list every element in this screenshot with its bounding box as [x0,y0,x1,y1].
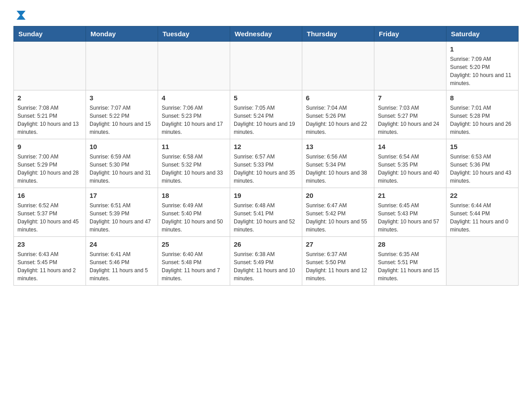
day-info: Sunrise: 6:35 AM Sunset: 5:51 PM Dayligh… [378,250,442,283]
day-info: Sunrise: 6:57 AM Sunset: 5:33 PM Dayligh… [234,153,298,185]
day-info: Sunrise: 6:47 AM Sunset: 5:42 PM Dayligh… [306,201,370,234]
day-number: 3 [90,93,154,103]
weekday-header-saturday: Saturday [446,26,519,42]
day-info: Sunrise: 6:41 AM Sunset: 5:46 PM Dayligh… [90,250,154,283]
weekday-header-wednesday: Wednesday [230,26,302,42]
calendar-cell: 5Sunrise: 7:05 AM Sunset: 5:24 PM Daylig… [230,90,302,139]
day-number: 17 [90,191,154,200]
day-number: 19 [234,191,298,200]
day-info: Sunrise: 7:01 AM Sunset: 5:28 PM Dayligh… [450,104,515,136]
calendar-cell: 10Sunrise: 6:59 AM Sunset: 5:30 PM Dayli… [86,139,158,188]
calendar-cell: 18Sunrise: 6:49 AM Sunset: 5:40 PM Dayli… [158,188,230,237]
day-info: Sunrise: 6:48 AM Sunset: 5:41 PM Dayligh… [234,201,298,234]
logo [13,9,27,21]
day-info: Sunrise: 6:37 AM Sunset: 5:50 PM Dayligh… [306,250,370,283]
day-info: Sunrise: 7:03 AM Sunset: 5:27 PM Dayligh… [378,104,442,136]
weekday-header-monday: Monday [86,26,158,42]
day-number: 15 [450,142,515,151]
day-number: 8 [450,93,515,103]
day-info: Sunrise: 6:56 AM Sunset: 5:34 PM Dayligh… [306,153,370,185]
day-number: 16 [17,191,82,200]
day-info: Sunrise: 6:58 AM Sunset: 5:32 PM Dayligh… [162,153,226,185]
calendar-cell: 3Sunrise: 7:07 AM Sunset: 5:22 PM Daylig… [86,90,158,139]
calendar-cell: 22Sunrise: 6:44 AM Sunset: 5:44 PM Dayli… [446,188,519,237]
week-row-4: 16Sunrise: 6:52 AM Sunset: 5:37 PM Dayli… [14,188,519,237]
calendar-cell: 6Sunrise: 7:04 AM Sunset: 5:26 PM Daylig… [302,90,374,139]
calendar-cell: 24Sunrise: 6:41 AM Sunset: 5:46 PM Dayli… [86,237,158,286]
calendar-cell [158,42,230,90]
day-number: 26 [234,240,298,249]
week-row-1: 1Sunrise: 7:09 AM Sunset: 5:20 PM Daylig… [14,42,519,90]
day-number: 12 [234,142,298,151]
day-number: 14 [378,142,442,151]
calendar-cell: 23Sunrise: 6:43 AM Sunset: 5:45 PM Dayli… [14,237,86,286]
day-number: 25 [162,240,226,249]
calendar-cell: 16Sunrise: 6:52 AM Sunset: 5:37 PM Dayli… [14,188,86,237]
day-info: Sunrise: 6:38 AM Sunset: 5:49 PM Dayligh… [234,250,298,283]
day-number: 10 [90,142,154,151]
weekday-header-friday: Friday [374,26,446,42]
day-info: Sunrise: 7:05 AM Sunset: 5:24 PM Dayligh… [234,104,298,136]
day-number: 24 [90,240,154,249]
day-number: 21 [378,191,442,200]
day-number: 18 [162,191,226,200]
day-number: 11 [162,142,226,151]
weekday-header-tuesday: Tuesday [158,26,230,42]
weekday-header-thursday: Thursday [302,26,374,42]
day-number: 27 [306,240,370,249]
day-number: 5 [234,93,298,103]
calendar-cell: 8Sunrise: 7:01 AM Sunset: 5:28 PM Daylig… [446,90,519,139]
day-number: 13 [306,142,370,151]
day-info: Sunrise: 6:53 AM Sunset: 5:36 PM Dayligh… [450,153,515,185]
calendar-cell: 28Sunrise: 6:35 AM Sunset: 5:51 PM Dayli… [374,237,446,286]
day-number: 23 [17,240,82,249]
day-info: Sunrise: 7:06 AM Sunset: 5:23 PM Dayligh… [162,104,226,136]
page-header [13,9,519,21]
weekday-header-sunday: Sunday [14,26,86,42]
calendar-cell [230,42,302,90]
day-info: Sunrise: 6:51 AM Sunset: 5:39 PM Dayligh… [90,201,154,234]
day-info: Sunrise: 6:59 AM Sunset: 5:30 PM Dayligh… [90,153,154,185]
calendar-table: SundayMondayTuesdayWednesdayThursdayFrid… [13,26,519,286]
day-number: 9 [17,142,82,151]
day-number: 6 [306,93,370,103]
svg-marker-0 [17,11,26,20]
calendar-cell: 20Sunrise: 6:47 AM Sunset: 5:42 PM Dayli… [302,188,374,237]
logo-flag-icon [15,9,27,21]
day-info: Sunrise: 7:04 AM Sunset: 5:26 PM Dayligh… [306,104,370,136]
day-info: Sunrise: 7:08 AM Sunset: 5:21 PM Dayligh… [17,104,82,136]
calendar-cell: 13Sunrise: 6:56 AM Sunset: 5:34 PM Dayli… [302,139,374,188]
day-number: 22 [450,191,515,200]
day-info: Sunrise: 6:45 AM Sunset: 5:43 PM Dayligh… [378,201,442,234]
calendar-cell: 26Sunrise: 6:38 AM Sunset: 5:49 PM Dayli… [230,237,302,286]
calendar-cell: 19Sunrise: 6:48 AM Sunset: 5:41 PM Dayli… [230,188,302,237]
calendar-cell: 27Sunrise: 6:37 AM Sunset: 5:50 PM Dayli… [302,237,374,286]
day-info: Sunrise: 6:49 AM Sunset: 5:40 PM Dayligh… [162,201,226,234]
day-info: Sunrise: 6:52 AM Sunset: 5:37 PM Dayligh… [17,201,82,234]
day-info: Sunrise: 6:54 AM Sunset: 5:35 PM Dayligh… [378,153,442,185]
calendar-cell: 2Sunrise: 7:08 AM Sunset: 5:21 PM Daylig… [14,90,86,139]
calendar-cell: 4Sunrise: 7:06 AM Sunset: 5:23 PM Daylig… [158,90,230,139]
calendar-cell: 15Sunrise: 6:53 AM Sunset: 5:36 PM Dayli… [446,139,519,188]
week-row-2: 2Sunrise: 7:08 AM Sunset: 5:21 PM Daylig… [14,90,519,139]
week-row-3: 9Sunrise: 7:00 AM Sunset: 5:29 PM Daylig… [14,139,519,188]
calendar-cell [302,42,374,90]
calendar-cell: 11Sunrise: 6:58 AM Sunset: 5:32 PM Dayli… [158,139,230,188]
calendar-cell: 25Sunrise: 6:40 AM Sunset: 5:48 PM Dayli… [158,237,230,286]
calendar-cell: 17Sunrise: 6:51 AM Sunset: 5:39 PM Dayli… [86,188,158,237]
day-number: 28 [378,240,442,249]
weekday-header-row: SundayMondayTuesdayWednesdayThursdayFrid… [14,26,519,42]
day-number: 1 [450,44,515,54]
day-number: 2 [17,93,82,103]
calendar-cell [14,42,86,90]
calendar-cell [446,237,519,286]
calendar-cell: 21Sunrise: 6:45 AM Sunset: 5:43 PM Dayli… [374,188,446,237]
day-info: Sunrise: 7:00 AM Sunset: 5:29 PM Dayligh… [17,153,82,185]
calendar-cell [86,42,158,90]
day-info: Sunrise: 6:43 AM Sunset: 5:45 PM Dayligh… [17,250,82,283]
day-info: Sunrise: 6:40 AM Sunset: 5:48 PM Dayligh… [162,250,226,283]
day-number: 7 [378,93,442,103]
calendar-cell: 1Sunrise: 7:09 AM Sunset: 5:20 PM Daylig… [446,42,519,90]
calendar-cell [374,42,446,90]
calendar-cell: 9Sunrise: 7:00 AM Sunset: 5:29 PM Daylig… [14,139,86,188]
